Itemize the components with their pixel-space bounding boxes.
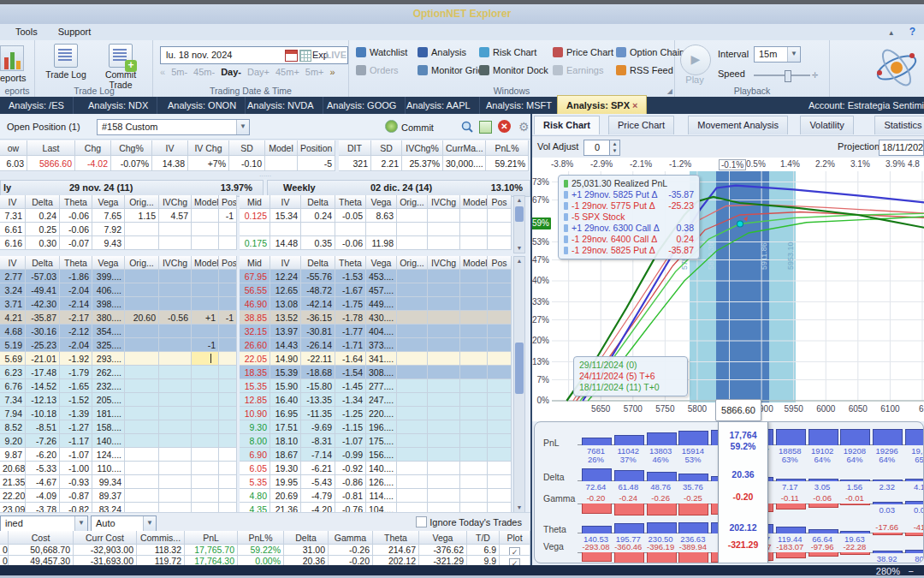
table-row[interactable]: 4.21-35.87-2.17380....20.60-0.56+1-1 [0, 311, 237, 325]
time-step-fwd[interactable]: » [330, 67, 335, 77]
windows-item-rss-feed[interactable]: RSS Feed [616, 65, 673, 75]
column-header[interactable]: PnL [185, 531, 238, 545]
column-header[interactable]: IV [270, 256, 301, 270]
table-row[interactable]: 5.19-25.23-2.04325....-1 [0, 338, 237, 352]
time-step-45m-[interactable]: 45m- [193, 67, 215, 77]
column-header[interactable]: IVChg [428, 256, 460, 270]
column-header[interactable]: IV [152, 140, 188, 156]
column-header[interactable]: Theta [373, 531, 419, 545]
spinner-arrows[interactable]: ▲▼ [609, 140, 620, 156]
scroll-down-icon[interactable]: ▼ [514, 504, 524, 512]
column-header[interactable]: IVChg [428, 195, 460, 209]
table-row[interactable]: 10.9016.95-11.35-1.25220.... [240, 407, 512, 420]
column-header[interactable]: Model [265, 140, 298, 156]
table-row[interactable]: 3.24-49.41-2.04406.... [0, 283, 237, 297]
column-header[interactable]: Mid [240, 195, 270, 209]
scroll-up-icon[interactable]: ▲ [514, 257, 524, 265]
table-row[interactable]: 5.69-21.01-1.92293.... [0, 352, 237, 366]
menu-item-support[interactable]: Support [50, 24, 100, 39]
table-row[interactable]: 4.68-30.16-2.12354.... [0, 325, 237, 338]
column-header[interactable]: Cost [9, 531, 74, 545]
table-row[interactable]: 8.52-8.51-1.27158.... [0, 420, 237, 434]
quote-splitter[interactable]: ······ [0, 172, 530, 180]
chart-tab-volatility[interactable]: Volatility [800, 116, 853, 134]
plot-checkbox[interactable]: ✓ [500, 545, 530, 556]
table-row[interactable]: 15.3515.90-15.80-1.45277.... [240, 379, 512, 393]
table-row[interactable]: 9.87-6.20-1.07124.... [0, 448, 237, 462]
column-header[interactable]: Delta [301, 256, 335, 270]
expiry-grid-icon[interactable] [299, 50, 311, 62]
table-row[interactable]: 4.8020.69-4.79-0.81114.... [240, 489, 512, 503]
play-button[interactable]: ▶ [680, 45, 711, 75]
column-header[interactable]: Pos [488, 195, 512, 209]
mode-select[interactable]: Auto▼ [91, 515, 157, 532]
table-row[interactable]: 26.6014.43-26.14-1.71373.... [240, 338, 512, 352]
windows-item-risk-chart[interactable]: Risk Chart [479, 47, 536, 57]
chain-scrollbar[interactable]: ▲▼ [513, 256, 525, 512]
search-icon[interactable] [460, 120, 474, 134]
column-header[interactable] [0, 531, 9, 545]
table-row[interactable]: 5.3519.95-5.43-0.86126.... [240, 475, 512, 489]
column-header[interactable]: Curr Cost [74, 531, 137, 545]
column-header[interactable]: Delta [284, 531, 329, 545]
table-row[interactable]: 12.8516.40-13.35-1.34247.... [240, 393, 512, 407]
column-header[interactable]: IVChg [159, 256, 192, 270]
help-icon[interactable]: ? [909, 26, 915, 38]
analysis-tab-aapl[interactable]: Analysis: AAPL [398, 97, 480, 114]
table-row[interactable]: 22.0514.90-22.11-1.64341.... [240, 352, 512, 366]
column-header[interactable]: Vega [92, 195, 125, 209]
chart-tab-risk-chart[interactable]: Risk Chart [534, 116, 600, 134]
column-header[interactable]: Gamma [329, 531, 373, 545]
column-header[interactable]: IV Chg [188, 140, 229, 156]
table-row[interactable]: 6.23-17.48-1.79262.... [0, 366, 237, 379]
chart-tab-movement-analysis[interactable]: Movement Analysis [688, 116, 788, 134]
export-table-icon[interactable] [479, 121, 492, 134]
column-header[interactable]: Theta [60, 256, 92, 270]
windows-item-monitor-dock[interactable]: Monitor Dock [479, 65, 548, 75]
commit-button[interactable]: Commit [385, 120, 434, 133]
column-header[interactable]: Orig... [397, 195, 428, 209]
column-header[interactable]: SD [229, 140, 265, 156]
column-header[interactable]: Model [460, 256, 488, 270]
time-step-Day-[interactable]: Day- [221, 67, 241, 77]
column-header[interactable]: Vega [92, 256, 125, 270]
column-header[interactable]: Delta [301, 195, 335, 209]
column-header[interactable]: IV [270, 195, 301, 209]
column-header[interactable]: Pos [488, 256, 512, 270]
analysis-tab-spx-active[interactable]: Analysis: SPX × [557, 95, 647, 114]
table-row[interactable]: 67.9512.24-55.76-1.53453.... [240, 270, 512, 283]
column-header[interactable]: SD [371, 140, 402, 156]
reports-button-label[interactable]: eports [0, 73, 34, 83]
ribbon-button-trade-log[interactable]: Trade Log [39, 44, 92, 80]
column-header[interactable]: CurrMa... [443, 140, 486, 156]
strategy-select[interactable]: #158 Custom▼ [97, 119, 250, 135]
vol-adjust-input[interactable]: 0▲▼ [583, 140, 611, 156]
table-row[interactable]: 46.9013.08-42.14-1.75449.... [240, 297, 512, 311]
analysis-tab-nvda[interactable]: Analysis: NVDA [239, 97, 323, 114]
calendar-icon[interactable] [285, 50, 298, 62]
column-header[interactable]: Vega [366, 256, 397, 270]
column-header[interactable]: Pos [219, 195, 237, 209]
table-row[interactable]: 2.77-57.03-1.86399.... [0, 270, 237, 283]
analysis-tab-onon[interactable]: Analysis: ONON [159, 97, 246, 114]
trading-date-input[interactable]: lu. 18 nov. 2024ExpLIVE [160, 46, 348, 64]
mini-scrollbar[interactable]: ▲▼ [513, 195, 525, 253]
table-row[interactable]: 18.3515.39-18.68-1.54308.... [240, 366, 512, 379]
table-row[interactable]: 23.09-3.78-0.8283.24 [0, 503, 237, 512]
chart-tab-price-chart[interactable]: Price Chart [608, 116, 674, 134]
column-header[interactable]: Mid [240, 256, 270, 270]
column-header[interactable]: IV [0, 195, 26, 209]
column-header[interactable]: Orig... [125, 256, 159, 270]
time-step-45m+[interactable]: 45m+ [275, 67, 299, 77]
table-row[interactable]: 7.34-12.13-1.52205.... [0, 393, 237, 407]
column-header[interactable]: Orig... [125, 195, 159, 209]
table-row[interactable]: 9.20-7.26-1.17140.... [0, 434, 237, 448]
column-header[interactable]: T/D [467, 531, 500, 545]
table-row[interactable]: 21.35-4.67-0.9399.34 [0, 475, 237, 489]
windows-item-analysis[interactable]: Analysis [418, 47, 466, 57]
time-step-5m-[interactable]: 5m- [171, 67, 187, 77]
table-row[interactable]: 9.3017.51-9.69-1.15196.... [240, 420, 512, 434]
chart-tab-statistics-fundamentals[interactable]: Statistics & Fundamentals [874, 116, 924, 134]
table-row[interactable]: 4.3521.36-4.20-0.76104.... [240, 503, 512, 512]
time-step-Day+[interactable]: Day+ [247, 67, 270, 77]
